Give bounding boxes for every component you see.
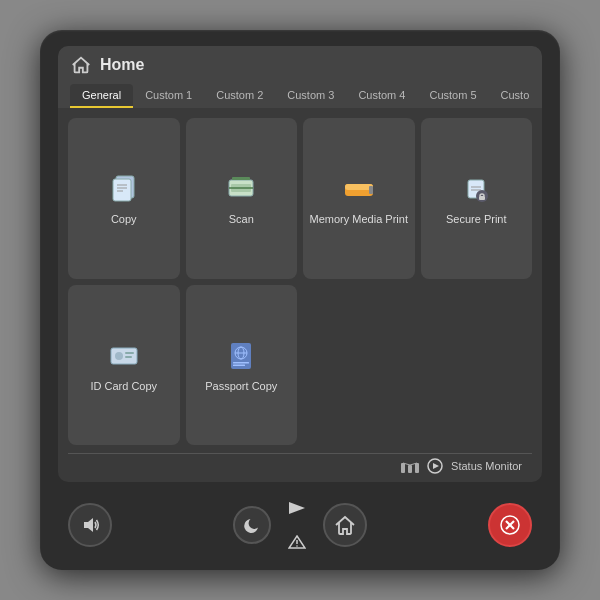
home-icon [70,54,92,76]
tab-custom1[interactable]: Custom 1 [133,84,204,108]
tab-general[interactable]: General [70,84,133,108]
copy-icon [106,170,142,206]
network-icon [401,459,419,473]
screen: Home General Custom 1 Custom 2 Custom 3 … [58,46,542,482]
svg-rect-27 [408,465,412,473]
svg-marker-35 [289,502,305,514]
home-button[interactable] [323,503,367,547]
svg-rect-29 [415,463,419,473]
memory-media-print-label: Memory Media Print [310,212,408,226]
app-tile-id-card-copy[interactable]: ID Card Copy [68,285,180,446]
home-title-bar: Home [70,54,530,84]
passport-icon [223,337,259,373]
svg-point-18 [115,352,123,360]
passport-copy-label: Passport Copy [205,379,277,393]
tab-custom5[interactable]: Custom 5 [417,84,488,108]
stop-button[interactable] [488,503,532,547]
scan-label: Scan [229,212,254,226]
tab-custom2[interactable]: Custom 2 [204,84,275,108]
small-buttons [112,492,488,558]
scan-icon [223,170,259,206]
tab-bar: General Custom 1 Custom 2 Custom 3 Custo… [70,84,530,108]
forward-button[interactable] [281,492,313,524]
app-tile-scan[interactable]: Scan [186,118,298,279]
app-tile-empty-1 [303,285,415,446]
svg-rect-10 [345,184,373,190]
app-tile-empty-2 [421,285,533,446]
id-card-copy-label: ID Card Copy [90,379,157,393]
app-tile-secure-print[interactable]: Secure Print [421,118,533,279]
status-monitor-label: Status Monitor [451,460,522,472]
status-monitor-icon [427,458,443,474]
alert-button[interactable] [281,526,313,558]
page-title: Home [100,56,144,74]
svg-marker-33 [433,463,439,469]
svg-rect-17 [111,348,137,364]
status-bar: Status Monitor [68,453,532,478]
tab-custom3[interactable]: Custom 3 [275,84,346,108]
svg-rect-20 [125,356,132,358]
app-tile-memory-media-print[interactable]: Memory Media Print [303,118,415,279]
copy-label: Copy [111,212,137,226]
tab-custom6[interactable]: Custom 6 [489,84,530,108]
svg-rect-16 [479,196,485,200]
screen-header: Home General Custom 1 Custom 2 Custom 3 … [58,46,542,108]
app-tile-passport-copy[interactable]: Passport Copy [186,285,298,446]
svg-rect-25 [233,362,249,364]
secure-print-icon [458,170,494,206]
svg-rect-6 [232,177,250,180]
svg-rect-19 [125,352,134,354]
svg-marker-34 [84,518,93,532]
svg-rect-11 [369,186,373,194]
svg-rect-26 [233,364,245,366]
device: Home General Custom 1 Custom 2 Custom 3 … [40,30,560,570]
svg-rect-28 [401,463,405,473]
app-grid: Copy Scan [68,118,532,445]
secure-print-label: Secure Print [446,212,507,226]
volume-button[interactable] [68,503,112,547]
svg-point-38 [296,545,298,547]
tab-custom4[interactable]: Custom 4 [346,84,417,108]
nav-arrows [281,492,313,558]
id-card-icon [106,337,142,373]
sleep-button[interactable] [233,506,271,544]
screen-body: Copy Scan [58,108,542,482]
app-tile-copy[interactable]: Copy [68,118,180,279]
svg-rect-1 [113,179,131,201]
bottom-controls [58,492,542,558]
usb-icon [341,170,377,206]
